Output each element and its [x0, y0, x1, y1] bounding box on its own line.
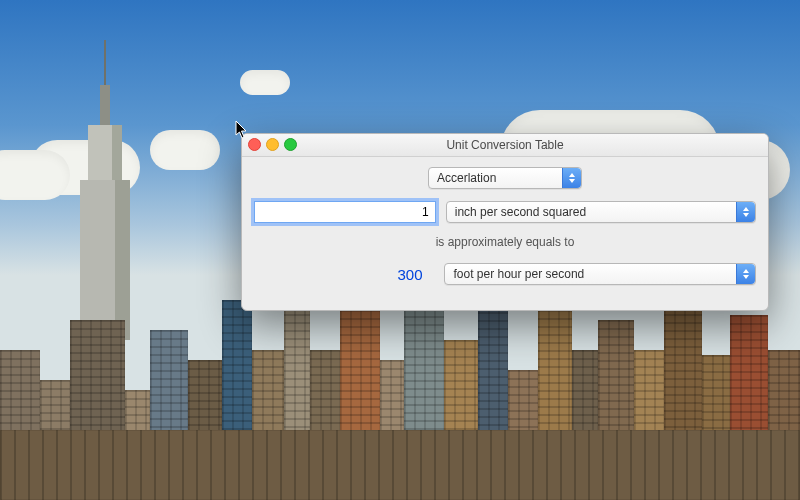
chevron-updown-icon [736, 202, 755, 222]
approx-equals-text: is approximately equals to [254, 235, 756, 249]
window-title: Unit Conversion Table [446, 138, 563, 152]
from-unit-label: inch per second squared [455, 205, 586, 219]
unit-conversion-window: Unit Conversion Table Accerlation inch p… [241, 133, 769, 311]
category-select-label: Accerlation [437, 171, 496, 185]
value-input[interactable] [254, 201, 436, 223]
result-value: 300 [254, 266, 434, 283]
close-icon[interactable] [248, 138, 261, 151]
empire-state-spire [70, 80, 140, 340]
zoom-icon[interactable] [284, 138, 297, 151]
category-select[interactable]: Accerlation [428, 167, 582, 189]
minimize-icon[interactable] [266, 138, 279, 151]
chevron-updown-icon [736, 264, 755, 284]
to-unit-label: foot per hour per second [453, 267, 584, 281]
to-unit-select[interactable]: foot per hour per second [444, 263, 756, 285]
window-titlebar[interactable]: Unit Conversion Table [242, 134, 768, 157]
chevron-updown-icon [562, 168, 581, 188]
from-unit-select[interactable]: inch per second squared [446, 201, 756, 223]
desktop-wallpaper: Unit Conversion Table Accerlation inch p… [0, 0, 800, 500]
